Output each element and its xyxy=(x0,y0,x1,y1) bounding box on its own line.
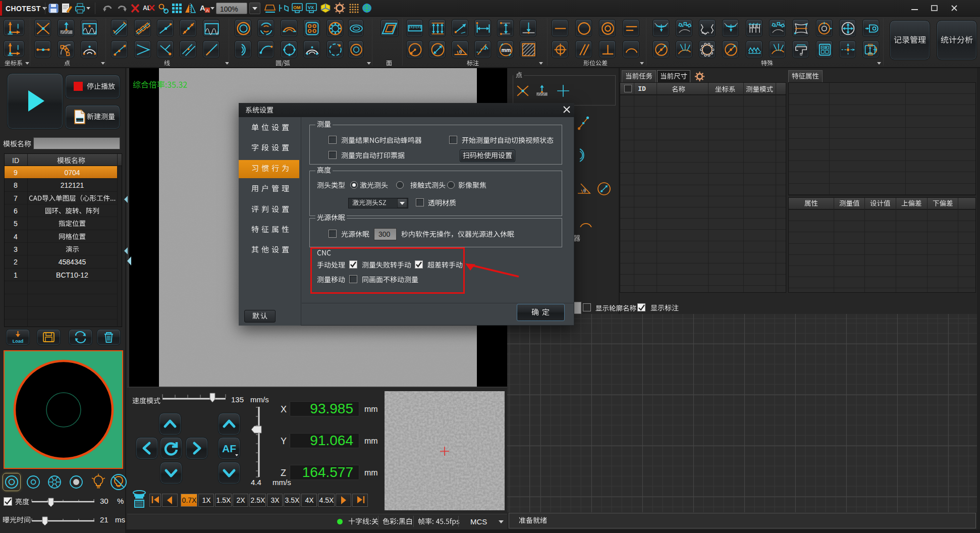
svg-text:mm: mm xyxy=(502,47,511,53)
svg-text:Load: Load xyxy=(13,339,24,344)
svg-text:θ: θ xyxy=(459,49,462,55)
svg-text:AF: AF xyxy=(222,443,236,454)
svg-text:VX: VX xyxy=(308,5,314,10)
svg-text:A: A xyxy=(206,8,209,13)
svg-text:A: A xyxy=(200,4,205,12)
svg-text:θ: θ xyxy=(583,188,586,193)
svg-text:OM: OM xyxy=(293,5,301,10)
